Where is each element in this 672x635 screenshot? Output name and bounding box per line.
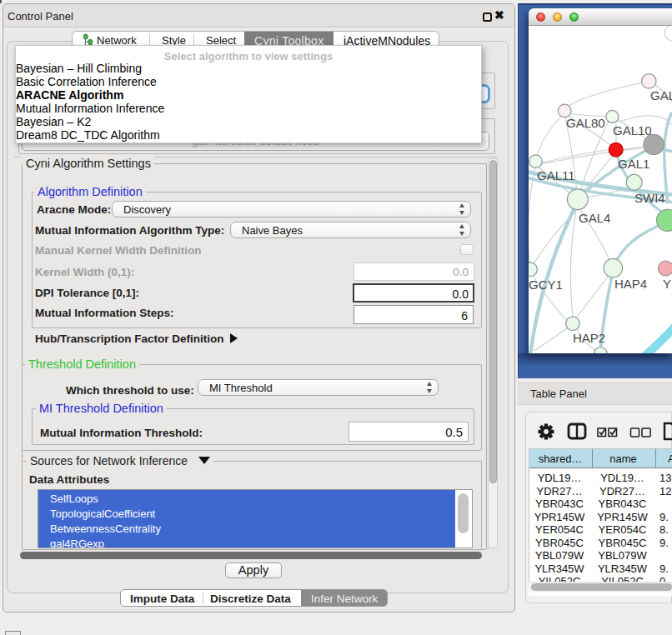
svg-text:SWI4: SWI4 [634, 191, 665, 205]
svg-text:HAP4: HAP4 [614, 277, 647, 291]
svg-text:GAL1: GAL1 [618, 157, 649, 171]
svg-text:GAL80: GAL80 [566, 116, 605, 130]
svg-text:GCY1: GCY1 [529, 278, 563, 292]
svg-text:Y: Y [663, 277, 671, 291]
svg-text:GAL4: GAL4 [579, 211, 610, 225]
svg-text:HAP2: HAP2 [573, 331, 605, 345]
svg-text:GAL11: GAL11 [537, 168, 575, 182]
svg-text:GAL10: GAL10 [613, 123, 652, 138]
svg-text:GAL7: GAL7 [650, 88, 672, 102]
